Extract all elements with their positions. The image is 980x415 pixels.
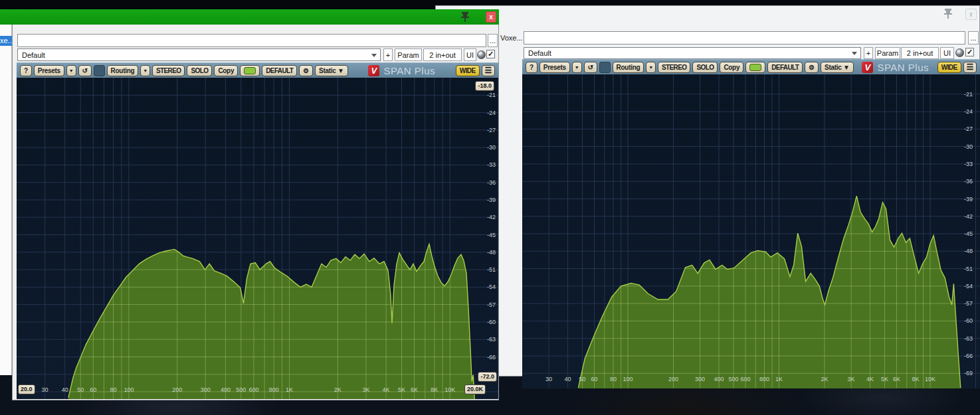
voxengo-brand: V SPAN Plus: [862, 62, 929, 73]
copy-button[interactable]: Copy: [720, 62, 743, 73]
voxengo-logo-icon: V: [862, 62, 873, 73]
svg-text:40: 40: [62, 386, 68, 393]
routing-button[interactable]: Routing: [107, 65, 139, 76]
svg-text:50: 50: [77, 386, 84, 393]
svg-text:-66: -66: [487, 354, 496, 361]
svg-text:-42: -42: [964, 213, 973, 220]
ui-button[interactable]: UI: [940, 47, 954, 59]
menu-button[interactable]: ☰: [482, 65, 495, 76]
add-program-button[interactable]: +: [383, 48, 393, 61]
span-toolbar: ? Presets ▼ ↺ Routing ▼ STEREO SOLO Copy…: [17, 62, 498, 78]
svg-text:-63: -63: [964, 335, 973, 342]
active-titlebar[interactable]: x: [0, 9, 499, 25]
browse-button[interactable]: ...: [968, 31, 979, 44]
svg-text:10K: 10K: [444, 386, 455, 393]
svg-text:500: 500: [236, 386, 246, 393]
stereo-button[interactable]: STEREO: [152, 65, 185, 76]
close-button[interactable]: x: [486, 11, 496, 23]
wide-button[interactable]: WIDE: [937, 62, 961, 73]
settings-gear-icon[interactable]: ⚙: [805, 62, 819, 73]
svg-text:-30: -30: [487, 144, 496, 151]
preset-combobox[interactable]: Default: [524, 47, 861, 59]
browse-button[interactable]: ...: [488, 34, 498, 47]
spectrum-chart: 30405060801002003004005006008001K2K3K4K5…: [17, 78, 498, 399]
program-path-input[interactable]: [17, 34, 486, 47]
engine-globe-icon[interactable]: [477, 50, 486, 59]
preset-name: Default: [22, 51, 45, 59]
enable-checkbox[interactable]: ✓: [965, 48, 974, 56]
svg-text:4K: 4K: [866, 376, 874, 382]
svg-text:-54: -54: [487, 284, 496, 290]
stereo-button[interactable]: STEREO: [658, 62, 691, 73]
routing-dropdown-icon[interactable]: ▼: [646, 62, 656, 73]
spectrum-display: 30405060801002003004005006008001K2K3K4K5…: [17, 78, 498, 399]
group-led-button[interactable]: [240, 65, 260, 76]
preset-combobox[interactable]: Default: [17, 48, 381, 61]
presets-button[interactable]: Presets: [34, 65, 64, 76]
svg-text:3K: 3K: [362, 386, 369, 393]
program-path-input[interactable]: [524, 31, 965, 44]
param-button[interactable]: Param: [875, 47, 900, 59]
svg-text:500: 500: [728, 376, 738, 382]
help-button[interactable]: ?: [526, 62, 538, 73]
svg-text:6K: 6K: [411, 386, 418, 393]
static-mode-button[interactable]: Static ▼: [821, 62, 854, 73]
menu-button[interactable]: ☰: [963, 62, 977, 73]
static-mode-button[interactable]: Static ▼: [315, 65, 348, 76]
pin-icon[interactable]: [943, 8, 953, 19]
svg-text:-48: -48: [487, 249, 496, 256]
chevron-down-icon: [371, 54, 377, 57]
presets-dropdown-icon[interactable]: ▼: [66, 65, 76, 76]
group-led-button[interactable]: [745, 62, 765, 73]
svg-text:-42: -42: [487, 214, 496, 220]
ui-button[interactable]: UI: [464, 48, 476, 61]
svg-text:-33: -33: [487, 161, 496, 168]
svg-text:-39: -39: [487, 197, 496, 203]
add-program-button[interactable]: +: [864, 47, 873, 59]
db-top-badge: -18.0: [475, 81, 494, 91]
ab-color-swatch[interactable]: [94, 65, 105, 76]
background-window-title[interactable]: xe...: [0, 36, 12, 46]
routing-dropdown-icon[interactable]: ▼: [140, 65, 150, 76]
svg-text:800: 800: [269, 386, 279, 393]
svg-text:-63: -63: [487, 336, 496, 343]
channels-button[interactable]: 2 in+out: [901, 47, 939, 59]
svg-text:60: 60: [90, 386, 96, 393]
chevron-down-icon: [852, 52, 857, 55]
spectrum-chart: 30405060801002003004005006008001K2K3K4K5…: [522, 74, 980, 388]
param-button[interactable]: Param: [395, 48, 422, 61]
pin-icon[interactable]: [460, 11, 470, 22]
ab-color-swatch[interactable]: [599, 62, 611, 73]
solo-button[interactable]: SOLO: [187, 65, 212, 76]
presets-dropdown-icon[interactable]: ▼: [572, 62, 582, 73]
undo-button[interactable]: ↺: [584, 62, 597, 73]
svg-text:-39: -39: [964, 196, 973, 203]
close-button[interactable]: x: [965, 9, 977, 20]
undo-button[interactable]: ↺: [78, 65, 92, 76]
svg-text:10K: 10K: [925, 376, 935, 382]
svg-text:1K: 1K: [286, 386, 293, 393]
default-preset-button[interactable]: DEFAULT: [767, 62, 803, 73]
svg-text:800: 800: [759, 376, 769, 382]
svg-text:-27: -27: [487, 127, 496, 133]
svg-text:-54: -54: [964, 283, 973, 290]
svg-text:-45: -45: [487, 232, 496, 238]
engine-globe-icon[interactable]: [955, 48, 964, 57]
channels-button[interactable]: 2 in+out: [423, 48, 462, 61]
svg-text:2K: 2K: [334, 386, 342, 393]
svg-text:-21: -21: [487, 92, 496, 98]
svg-text:-60: -60: [964, 317, 973, 324]
help-button[interactable]: ?: [20, 65, 32, 76]
svg-text:-57: -57: [487, 301, 496, 308]
wide-button[interactable]: WIDE: [456, 65, 480, 76]
svg-text:2K: 2K: [821, 376, 828, 382]
enable-checkbox[interactable]: ✓: [486, 50, 495, 58]
solo-button[interactable]: SOLO: [692, 62, 718, 73]
svg-text:-69: -69: [964, 370, 973, 376]
presets-button[interactable]: Presets: [539, 62, 570, 73]
svg-text:-45: -45: [964, 230, 973, 237]
default-preset-button[interactable]: DEFAULT: [262, 65, 297, 76]
settings-gear-icon[interactable]: ⚙: [299, 65, 313, 76]
copy-button[interactable]: Copy: [214, 65, 238, 76]
routing-button[interactable]: Routing: [613, 62, 644, 73]
